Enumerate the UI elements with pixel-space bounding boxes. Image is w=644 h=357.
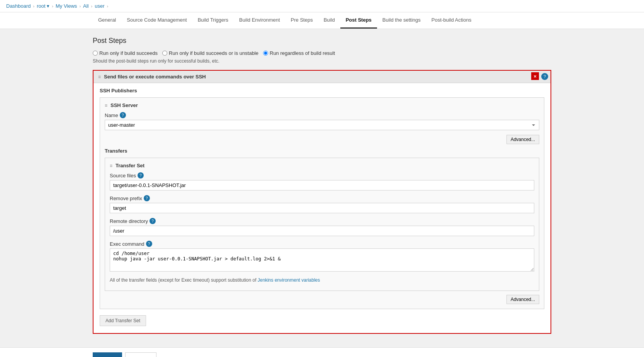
- source-files-input[interactable]: [110, 180, 534, 190]
- source-files-row: Source files ?: [110, 172, 534, 190]
- transfer-set-box: ≡ Transfer Set Source files ?: [105, 158, 539, 291]
- remote-directory-input[interactable]: [110, 226, 534, 236]
- exec-command-label-row: Exec command ?: [110, 241, 534, 247]
- radio-option3[interactable]: [263, 51, 268, 56]
- sep1: ›: [33, 4, 35, 8]
- ssh-publishers-label: SSH Publishers: [100, 88, 544, 94]
- close-button[interactable]: ×: [531, 72, 539, 80]
- root-dropdown-icon[interactable]: ▾: [47, 3, 49, 9]
- radio-option3-label[interactable]: Run regardless of build result: [263, 50, 335, 56]
- ssh-server-box: ≡ SSH Server Name ? user-master Advanced…: [100, 97, 544, 309]
- transfer-set-label: Transfer Set: [116, 163, 144, 168]
- name-row: Name ? user-master: [105, 112, 539, 130]
- transfers-section: Transfers ≡ Transfer Set Source files ?: [105, 148, 539, 291]
- radio-option1-label[interactable]: Run only if build succeeds: [93, 50, 158, 56]
- name-select[interactable]: user-master: [105, 120, 539, 130]
- info-text: All of the transfer fields (except for E…: [110, 277, 534, 283]
- sep2: ›: [52, 4, 53, 8]
- radio-option1[interactable]: [93, 51, 98, 56]
- sep4: ›: [91, 4, 93, 8]
- add-transfer-set-button[interactable]: Add Transfer Set: [100, 315, 146, 326]
- exec-command-textarea[interactable]: [110, 248, 534, 272]
- remove-prefix-label: Remove prefix: [110, 196, 142, 201]
- radio-option2-label[interactable]: Run only if build succeeds or is unstabl…: [162, 50, 258, 56]
- plugin-content: SSH Publishers ≡ SSH Server Name ? user-…: [93, 83, 551, 333]
- sep3: ›: [79, 4, 81, 8]
- breadcrumb-bar: Dashboard › root ▾ › My Views › All › us…: [0, 0, 644, 12]
- transfer-set-drag-icon: ≡: [110, 163, 112, 168]
- remove-prefix-label-row: Remove prefix ?: [110, 195, 534, 201]
- sep5: ›: [107, 4, 108, 8]
- info-text-prefix: All of the transfer fields (except for E…: [110, 277, 258, 283]
- tab-build-environment[interactable]: Build Environment: [234, 12, 285, 29]
- add-transfer-area: Add Transfer Set: [100, 313, 544, 328]
- page-title: Post Steps: [93, 37, 551, 45]
- tab-build-triggers[interactable]: Build Triggers: [192, 12, 234, 29]
- drag-handle-icon: ≡: [98, 74, 101, 80]
- breadcrumb-myviews[interactable]: My Views: [56, 3, 77, 9]
- name-help-icon[interactable]: ?: [120, 112, 126, 118]
- tab-build-settings[interactable]: Build the settings: [377, 12, 426, 29]
- advanced-row: Advanced...: [105, 135, 539, 144]
- jenkins-env-vars-link[interactable]: Jenkins environment variables: [258, 277, 320, 283]
- tab-post-steps[interactable]: Post Steps: [340, 12, 377, 29]
- advanced-button-1[interactable]: Advanced...: [506, 135, 539, 144]
- tab-post-build[interactable]: Post-build Actions: [426, 12, 477, 29]
- source-files-label: Source files: [110, 173, 136, 178]
- source-files-help-icon[interactable]: ?: [138, 172, 144, 178]
- plugin-help-icon[interactable]: ?: [541, 73, 548, 80]
- breadcrumb-all[interactable]: All: [83, 3, 88, 9]
- radio-group: Run only if build succeeds Run only if b…: [93, 50, 551, 56]
- advanced-button-2[interactable]: Advanced...: [506, 295, 539, 304]
- remove-prefix-help-icon[interactable]: ?: [144, 195, 150, 201]
- breadcrumb-dashboard[interactable]: Dashboard: [6, 3, 31, 9]
- remote-directory-label: Remote directory: [110, 218, 148, 224]
- tab-general[interactable]: General: [93, 12, 121, 29]
- tab-pre-steps[interactable]: Pre Steps: [285, 12, 318, 29]
- exec-command-help-icon[interactable]: ?: [146, 241, 152, 247]
- radio-help-text: Should the post-build steps run only for…: [93, 58, 551, 64]
- source-files-label-row: Source files ?: [110, 172, 534, 178]
- ssh-server-drag-icon: ≡: [105, 103, 107, 108]
- transfer-set-header: ≡ Transfer Set: [110, 163, 534, 168]
- main-content: Post Steps Run only if build succeeds Ru…: [0, 29, 644, 347]
- tab-source-code[interactable]: Source Code Management: [121, 12, 192, 29]
- remove-prefix-input[interactable]: [110, 203, 534, 213]
- radio-option2[interactable]: [162, 51, 167, 56]
- plugin-box: ≡ Send files or execute commands over SS…: [93, 70, 551, 334]
- plugin-box-header: ≡ Send files or execute commands over SS…: [93, 71, 551, 83]
- remote-directory-label-row: Remote directory ?: [110, 218, 534, 224]
- remote-directory-row: Remote directory ?: [110, 218, 534, 236]
- remote-directory-help-icon[interactable]: ?: [150, 218, 156, 224]
- transfers-label: Transfers: [105, 148, 539, 154]
- ssh-server-header: ≡ SSH Server: [105, 102, 539, 108]
- exec-command-label: Exec command: [110, 241, 144, 247]
- breadcrumb-root[interactable]: root ▾: [37, 3, 49, 9]
- tab-build[interactable]: Build: [318, 12, 340, 29]
- exec-command-row: Exec command ?: [110, 241, 534, 273]
- save-button[interactable]: Save: [93, 352, 122, 357]
- plugin-title: Send files or execute commands over SSH: [104, 74, 206, 80]
- ssh-server-label: SSH Server: [110, 102, 138, 108]
- name-label-row: Name ?: [105, 112, 539, 118]
- tab-nav: General Source Code Management Build Tri…: [0, 12, 644, 29]
- breadcrumb-user[interactable]: user: [95, 3, 104, 9]
- apply-button[interactable]: Apply: [125, 352, 156, 357]
- name-label: Name: [105, 112, 118, 118]
- bottom-bar: Save Apply: [0, 347, 644, 357]
- advanced-row-2: Advanced...: [105, 295, 539, 304]
- remove-prefix-row: Remove prefix ?: [110, 195, 534, 213]
